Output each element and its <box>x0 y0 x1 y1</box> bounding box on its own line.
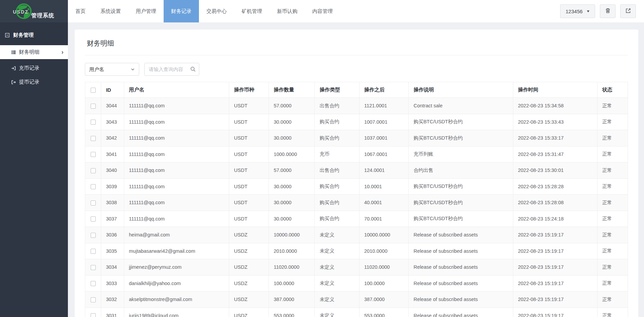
col-header-amount: 操作数量 <box>269 82 315 98</box>
cell-username: 111111@qq.com <box>124 146 229 162</box>
nav-tab-5[interactable]: 矿机管理 <box>234 0 270 22</box>
sidebar-group-label: 财务管理 <box>13 32 34 38</box>
brand-logo: USDZ 管理系统 <box>0 0 68 22</box>
chevron-down-icon <box>131 67 135 71</box>
account-dropdown-button[interactable]: 123456 ▼ <box>560 4 595 18</box>
trash-button[interactable] <box>600 4 615 18</box>
cell-id: 3035 <box>101 243 124 259</box>
logout-button[interactable] <box>620 4 636 18</box>
row-checkbox[interactable] <box>91 233 96 238</box>
filter-bar: 用户名 <box>85 55 628 82</box>
row-checkbox[interactable] <box>91 216 96 222</box>
cell-time: 2022-08-23 15:24:18 <box>513 211 597 227</box>
cell-coin: USDT <box>229 130 269 146</box>
sidebar-item[interactable]: 财务明细› <box>0 45 68 59</box>
cell-description: 购买BTC/USDT秒合约 <box>409 114 513 130</box>
row-checkbox[interactable] <box>91 281 96 286</box>
cell-type: 购买合约 <box>315 178 359 195</box>
row-checkbox-cell <box>85 259 101 276</box>
col-header-id: ID <box>101 82 124 98</box>
cell-after: 2010.0000 <box>359 243 409 259</box>
cell-time: 2022-08-23 15:19:17 <box>513 307 597 317</box>
cell-id: 3040 <box>101 162 124 179</box>
cell-after: 11020.0000 <box>359 259 409 276</box>
table-row: 3039111111@qq.comUSDT30.0000购买合约10.0001购… <box>85 178 628 195</box>
cell-time: 2022-08-23 15:19:17 <box>513 243 597 259</box>
cell-username: 111111@qq.com <box>124 195 229 211</box>
cell-username: 111111@qq.com <box>124 178 229 195</box>
cell-coin: USDT <box>229 178 269 195</box>
cell-amount: 387.0000 <box>269 292 315 308</box>
cell-time: 2022-08-23 15:19:17 <box>513 227 597 243</box>
cell-time: 2022-08-23 15:19:17 <box>513 275 597 292</box>
cell-description: 购买BTC/USDT秒合约 <box>409 195 513 211</box>
row-checkbox[interactable] <box>91 152 96 157</box>
sidebar-group-finance[interactable]: 财务管理 <box>0 22 68 45</box>
cell-status: 正常 <box>597 195 628 211</box>
trash-icon <box>605 8 611 15</box>
sidebar-item[interactable]: 充币记录 <box>0 61 68 75</box>
cell-username: 111111@qq.com <box>124 98 229 114</box>
cell-id: 3043 <box>101 114 124 130</box>
nav-tab-3[interactable]: 财务记录 <box>164 0 199 22</box>
row-checkbox[interactable] <box>91 249 96 254</box>
page-title: 财务明细 <box>85 30 628 55</box>
nav-tab-6[interactable]: 新币认购 <box>270 0 305 22</box>
cell-status: 正常 <box>597 114 628 130</box>
search-icon <box>190 66 196 72</box>
cell-type: 未定义 <box>315 275 359 292</box>
cell-description: 充币到账 <box>409 146 513 162</box>
cell-status: 正常 <box>597 275 628 292</box>
cell-username: jjimenez@perymuz.com <box>124 259 229 276</box>
cell-coin: USDT <box>229 195 269 211</box>
cell-username: danialkhilji@yahoo.com <box>124 275 229 292</box>
row-checkbox[interactable] <box>91 168 96 173</box>
row-checkbox[interactable] <box>91 265 96 270</box>
sidebar-item[interactable]: 提币记录 <box>0 75 68 89</box>
cell-after: 100.0000 <box>359 275 409 292</box>
cell-id: 3038 <box>101 195 124 211</box>
deposit-icon <box>11 66 16 71</box>
nav-tab-7[interactable]: 内容管理 <box>305 0 340 22</box>
cell-coin: USDT <box>229 162 269 179</box>
cell-type: 出售合约 <box>315 162 359 179</box>
withdraw-icon <box>11 80 16 85</box>
cell-type: 未定义 <box>315 292 359 308</box>
collapse-minus-icon <box>5 33 10 37</box>
row-checkbox-cell <box>85 98 101 114</box>
topbar-right: 123456 ▼ <box>560 0 644 22</box>
row-checkbox[interactable] <box>91 200 96 206</box>
row-checkbox[interactable] <box>91 104 96 109</box>
row-checkbox[interactable] <box>91 184 96 189</box>
row-checkbox-cell <box>85 114 101 130</box>
cell-id: 3041 <box>101 146 124 162</box>
row-checkbox[interactable] <box>91 136 96 141</box>
row-checkbox[interactable] <box>91 120 96 125</box>
nav-tab-2[interactable]: 用户管理 <box>128 0 164 22</box>
cell-time: 2022-08-23 15:33:17 <box>513 130 597 146</box>
cell-after: 387.0000 <box>359 292 409 308</box>
cell-coin: USDT <box>229 114 269 130</box>
cell-after: 10000.0000 <box>359 227 409 243</box>
nav-tab-4[interactable]: 交易中心 <box>199 0 234 22</box>
col-header-username: 用户名 <box>124 82 229 98</box>
cell-username: heima@gmail.com <box>124 227 229 243</box>
cell-status: 正常 <box>597 259 628 276</box>
cell-coin: USDT <box>229 146 269 162</box>
filter-field-select[interactable]: 用户名 <box>85 63 139 76</box>
list-icon <box>11 50 16 55</box>
cell-amount: 1000.0000 <box>269 146 315 162</box>
cell-after: 1121.0001 <box>359 98 409 114</box>
cell-time: 2022-08-23 15:28:08 <box>513 195 597 211</box>
cell-coin: USDZ <box>229 307 269 317</box>
nav-tab-0[interactable]: 首页 <box>68 0 93 22</box>
cell-coin: USDZ <box>229 243 269 259</box>
top-bar: USDZ 管理系统 首页系统设置用户管理财务记录交易中心矿机管理新币认购内容管理… <box>0 0 644 22</box>
cell-description: Release of subscribed assets <box>409 307 513 317</box>
select-all-checkbox[interactable] <box>91 88 96 93</box>
row-checkbox[interactable] <box>91 313 96 317</box>
nav-tab-1[interactable]: 系统设置 <box>93 0 128 22</box>
cell-after: 10.0001 <box>359 178 409 195</box>
row-checkbox[interactable] <box>91 297 96 302</box>
cell-type: 未定义 <box>315 243 359 259</box>
